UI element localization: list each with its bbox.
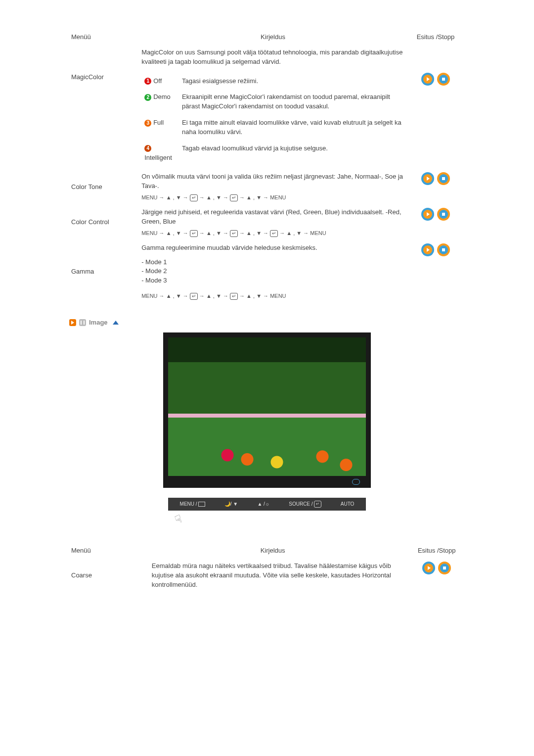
coarse-row: Coarse Eemaldab müra nagu näiteks vertik… bbox=[69, 559, 465, 593]
opt-full-desc: Ei taga mitte ainult elavaid loomulikke … bbox=[180, 115, 403, 140]
gamma-title: Gamma bbox=[69, 240, 139, 303]
bar-auto-button[interactable]: AUTO bbox=[341, 501, 355, 508]
colortone-nav: MENU → ▲ , ▼ → ↵ → ▲ , ▼ → ↵ → ▲ , ▼ → M… bbox=[141, 194, 404, 202]
opt-off-label: Off bbox=[153, 77, 162, 85]
colorcontrol-nav: MENU → ▲ , ▼ → ↵ → ▲ , ▼ → ↵ → ▲ , ▼ → ↵… bbox=[141, 230, 404, 237]
stop-button[interactable] bbox=[437, 73, 450, 86]
colortone-title: Color Tone bbox=[69, 169, 139, 205]
header-desc-2: Kirjeldus bbox=[137, 543, 409, 559]
enter-icon: ↵ bbox=[314, 501, 321, 508]
menu-rect-icon bbox=[198, 502, 205, 507]
stop-button[interactable] bbox=[438, 562, 451, 574]
header-menu: Menüü bbox=[69, 30, 139, 45]
gamma-nav: MENU → ▲ , ▼ → ↵ → ▲ , ▼ → ↵ → ▲ , ▼ → M… bbox=[141, 292, 404, 300]
colortone-row: Color Tone On võimalik muuta värvi tooni… bbox=[69, 169, 465, 205]
coarse-title: Coarse bbox=[69, 559, 137, 593]
gamma-mode1: - Mode 1 bbox=[141, 258, 404, 267]
header-play: Esitus /Stopp bbox=[406, 30, 465, 45]
magiccolor-intro-row: MagicColor on uus Samsungi poolt välja t… bbox=[69, 45, 465, 70]
enter-icon: ↵ bbox=[190, 230, 198, 237]
monitor-preview bbox=[163, 332, 371, 488]
bullet-3-icon: 3 bbox=[144, 120, 151, 127]
colorcontrol-title: Color Control bbox=[69, 205, 139, 240]
bullet-4-icon: 4 bbox=[144, 145, 151, 152]
bar-sun-button[interactable]: ▲ /☼ bbox=[257, 501, 269, 508]
opt-full-label: Full bbox=[153, 119, 164, 126]
stop-button[interactable] bbox=[437, 208, 450, 221]
enter-icon: ↵ bbox=[230, 194, 238, 201]
table-header-row-2: Menüü Kirjeldus Esitus /Stopp bbox=[69, 543, 465, 559]
magiccolor-intro: MagicColor on uus Samsungi poolt välja t… bbox=[139, 45, 406, 70]
gamma-row: Gamma Gamma reguleerimine muudab värvide… bbox=[69, 240, 465, 303]
header-menu-2: Menüü bbox=[69, 543, 137, 559]
bar-source-button[interactable]: SOURCE /↵ bbox=[289, 501, 321, 508]
opt-off-desc: Tagasi esialgsesse režiimi. bbox=[180, 74, 403, 89]
header-desc: Kirjeldus bbox=[139, 30, 406, 45]
colorcontrol-desc: Järgige neid juhiseid, et reguleerida va… bbox=[141, 208, 404, 227]
pause-box-icon bbox=[79, 319, 86, 326]
opt-demo-desc: Ekraanipilt enne MagicColor'i rakendamis… bbox=[180, 90, 403, 114]
up-triangle-icon bbox=[113, 321, 119, 325]
opt-intelligent-label: Intelligent bbox=[144, 154, 172, 161]
play-button[interactable] bbox=[421, 243, 434, 256]
table-header-row: Menüü Kirjeldus Esitus /Stopp bbox=[69, 30, 465, 45]
monitor-control-bar: MENU / 🌙/ ▼ ▲ /☼ SOURCE /↵ AUTO ☟ bbox=[168, 498, 366, 529]
image-heading-text: Image bbox=[89, 318, 108, 328]
colortone-desc: On võimalik muuta värvi tooni ja valida … bbox=[141, 172, 404, 191]
image-section-heading: Image bbox=[69, 318, 465, 328]
play-button[interactable] bbox=[421, 172, 434, 185]
coarse-desc: Eemaldab müra nagu näiteks vertikaalsed … bbox=[152, 562, 407, 590]
gamma-mode3: - Mode 3 bbox=[141, 276, 404, 285]
colorcontrol-row: Color Control Järgige neid juhiseid, et … bbox=[69, 205, 465, 240]
stop-button[interactable] bbox=[437, 172, 450, 185]
play-box-icon bbox=[69, 319, 76, 326]
play-button[interactable] bbox=[422, 562, 435, 574]
enter-icon: ↵ bbox=[230, 293, 238, 300]
bar-brightness-button[interactable]: 🌙/ ▼ bbox=[224, 501, 238, 508]
enter-icon: ↵ bbox=[190, 194, 198, 201]
enter-icon: ↵ bbox=[190, 293, 198, 300]
opt-intelligent-desc: Tagab elavad loomulikud värvid ja kujuti… bbox=[180, 141, 403, 166]
header-play-2: Esitus /Stopp bbox=[408, 543, 465, 559]
enter-icon: ↵ bbox=[230, 230, 238, 237]
gamma-mode2: - Mode 2 bbox=[141, 267, 404, 276]
bullet-2-icon: 2 bbox=[144, 94, 151, 101]
play-button[interactable] bbox=[421, 73, 434, 86]
bullet-1-icon: 1 bbox=[144, 78, 151, 85]
play-button[interactable] bbox=[421, 208, 434, 221]
cursor-icon: ☟ bbox=[173, 511, 184, 528]
magiccolor-row: MagicColor 1Off Tagasi esialgsesse režii… bbox=[69, 70, 465, 170]
gamma-desc: Gamma reguleerimine muudab värvide heled… bbox=[141, 243, 404, 253]
enter-icon: ↵ bbox=[270, 230, 278, 237]
bar-menu-button[interactable]: MENU / bbox=[180, 501, 205, 508]
opt-demo-label: Demo bbox=[153, 93, 171, 100]
garden-image bbox=[168, 337, 366, 476]
stop-button[interactable] bbox=[437, 243, 450, 256]
monitor-power-icon bbox=[352, 479, 360, 485]
magiccolor-title: MagicColor bbox=[69, 70, 139, 170]
